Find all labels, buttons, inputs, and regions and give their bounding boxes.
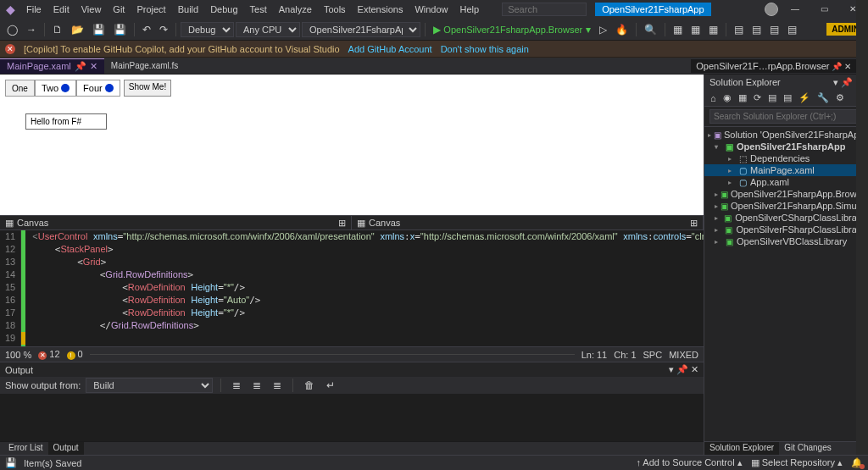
menu-analyze[interactable]: Analyze [273,2,318,17]
designer-canvas[interactable]: One Two Four Show Me! [0,75,704,215]
tool-btn-2[interactable]: ▦ [687,22,704,37]
save-button[interactable]: 💾 [89,22,108,37]
open-button[interactable]: 📂 [68,22,87,37]
find-button[interactable]: 🔍 [641,22,660,37]
undo-button[interactable]: ↶ [139,22,154,37]
repo-button[interactable]: ▦ Select Repository ▴ [751,457,843,468]
close-tab-icon[interactable]: ✕ [90,61,97,72]
warnings-badge[interactable]: ! 0 [67,349,83,360]
output-tab[interactable]: Output [48,442,84,455]
designer-tab-four[interactable]: Four [76,80,120,97]
code-editor[interactable]: 11121314151617181920212223242526272829 <… [0,230,704,346]
output-tool-2[interactable]: ≣ [249,378,264,393]
save-all-button[interactable]: 💾 [110,22,130,37]
menu-debug[interactable]: Debug [204,2,243,17]
menu-extensions[interactable]: Extensions [352,2,409,17]
output-tool-1[interactable]: ≣ [229,378,244,393]
hot-reload-icon[interactable]: 🔥 [612,22,632,37]
run-nodebug-button[interactable]: ▷ [596,22,610,37]
menu-build[interactable]: Build [172,2,204,17]
dont-show-link[interactable]: Don't show this again [441,44,529,54]
tree-dependencies[interactable]: ▸⬚Dependencies [704,152,868,164]
tree-app-xaml[interactable]: ▸▢App.xaml [704,176,868,188]
new-button[interactable]: 🗋 [49,22,66,37]
tree-proj-main[interactable]: ▾▣OpenSilver21FsharpApp [704,141,868,152]
se-btn[interactable]: ▤ [765,91,779,104]
hello-textbox[interactable] [25,113,107,130]
minimize-button[interactable]: — [783,1,807,18]
se-btn[interactable]: ▦ [736,91,749,104]
tree-label: OpenSilverVBClassLibrary [737,236,847,246]
title-search-input[interactable] [502,3,587,16]
se-btn[interactable]: ▤ [781,91,794,104]
se-tab-git[interactable]: Git Changes [779,442,837,455]
se-settings-icon[interactable]: ⚙ [833,91,847,104]
designer-tab-one[interactable]: One [5,80,35,97]
autohide-icon[interactable]: ▾ 📌 ✕ [669,364,698,375]
nav-back-button[interactable]: ◯ [3,22,21,37]
pin-icon[interactable]: 📌 [75,61,86,72]
tool-btn-3[interactable]: ▦ [705,22,721,37]
menu-help[interactable]: Help [454,2,486,17]
preview-tab[interactable]: OpenSilver21F…rpApp.Browser 📌 ✕ [691,59,856,73]
menu-test[interactable]: Test [244,2,273,17]
output-clear-button[interactable]: 🗑 [301,378,318,393]
tree-proj-csharp[interactable]: ▸▣OpenSilverCSharpClassLibrary [704,212,868,224]
menu-project[interactable]: Project [131,2,171,17]
menu-view[interactable]: View [75,2,108,17]
errors-badge[interactable]: ✕ 12 [38,349,59,360]
config-combo[interactable]: Debug [181,22,234,37]
show-me-button[interactable]: Show Me! [124,80,171,97]
startup-combo[interactable]: OpenSilver21FsharpApp [302,22,420,37]
output-wrap-button[interactable]: ↵ [323,378,338,393]
se-home-icon[interactable]: ⌂ [708,92,719,104]
se-refresh-icon[interactable]: ⟳ [751,91,764,104]
errorlist-tab[interactable]: Error List [3,442,48,455]
output-from-combo[interactable]: Build [86,378,213,393]
user-avatar-icon[interactable] [765,3,778,16]
se-btn[interactable]: ⚡ [796,91,813,104]
se-wrench-icon[interactable]: 🔧 [815,91,832,104]
tool-btn-7[interactable]: ▤ [784,22,800,37]
run-button[interactable]: ▶ OpenSilver21FsharpApp.Browser ▾ [430,22,594,37]
tool-btn-1[interactable]: ▦ [670,22,686,37]
menu-file[interactable]: File [20,2,47,17]
se-search-input[interactable] [709,109,863,124]
notifications-icon[interactable]: 🔔 [851,457,863,468]
dot-icon [61,84,70,92]
tree-solution[interactable]: ▸▣Solution 'OpenSilver21FsharpApp' (6 of… [704,129,868,141]
code-text[interactable]: <UserControl xmlns="http://schemas.micro… [25,230,704,346]
tree-mainpage[interactable]: ▸▢MainPage.xaml [704,164,868,176]
menu-tools[interactable]: Tools [318,2,352,17]
scroll-h[interactable] [90,354,575,355]
nav-fwd-button[interactable]: → [23,22,40,37]
menu-git[interactable]: Git [107,2,131,17]
platform-combo[interactable]: Any CPU [236,22,300,37]
source-control-button[interactable]: ↑ Add to Source Control ▴ [636,457,742,468]
tree-proj-browser[interactable]: ▸▣OpenSilver21FsharpApp.Browser [704,188,868,200]
add-github-link[interactable]: Add GitHub Account [348,44,432,54]
tree-proj-simulator[interactable]: ▸▣OpenSilver21FsharpApp.Simulator [704,200,868,212]
expand-left-icon[interactable]: ⊞ [338,218,346,229]
zoom-level[interactable]: 100 % [5,350,31,360]
restore-button[interactable]: ▭ [812,1,836,18]
src-label: Add to Source Control [643,457,734,467]
tool-btn-6[interactable]: ▤ [766,22,782,37]
tab-mainpage-fs[interactable]: MainPage.xaml.fs [104,59,185,72]
solution-tree[interactable]: ▸▣Solution 'OpenSilver21FsharpApp' (6 of… [704,127,868,441]
se-btn[interactable]: ◉ [721,91,734,104]
tool-btn-5[interactable]: ▤ [748,22,765,37]
designer-tab-two[interactable]: Two [35,80,76,97]
tree-proj-vb[interactable]: ▸▣OpenSilverVBClassLibrary [704,235,868,247]
tab-mainpage-xaml[interactable]: MainPage.xaml📌✕ [0,58,104,74]
output-body[interactable] [0,394,704,441]
status-bar: 💾 Item(s) Saved ↑ Add to Source Control … [0,455,868,470]
tool-btn-4[interactable]: ▤ [731,22,747,37]
expand-right-icon[interactable]: ⊞ [690,218,698,229]
redo-button[interactable]: ↷ [156,22,171,37]
tree-proj-fsharp[interactable]: ▸▣OpenSilverFSharpClassLibrary [704,224,868,235]
se-tab-explorer[interactable]: Solution Explorer [704,442,779,455]
menu-edit[interactable]: Edit [47,2,75,17]
output-tool-3[interactable]: ≣ [270,378,285,393]
menu-window[interactable]: Window [409,2,453,17]
